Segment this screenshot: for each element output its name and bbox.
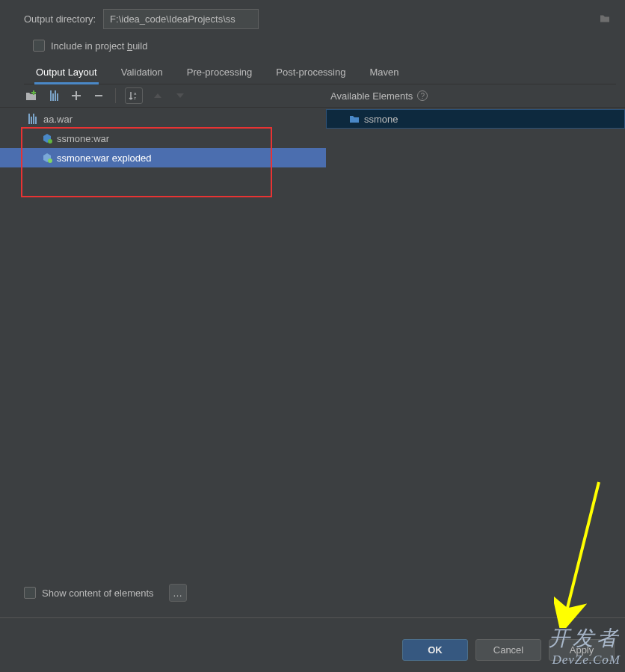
folder-icon [349,114,360,123]
output-directory-row: Output directory: [24,9,616,29]
show-content-row[interactable]: Show content of elements … [24,584,187,602]
tab-pre-processing[interactable]: Pre-processing [185,62,253,84]
output-directory-label: Output directory: [24,13,96,25]
sort-icon[interactable]: az [125,87,143,104]
tab-post-processing[interactable]: Post-processing [274,62,347,84]
available-element-label: ssmone [364,114,398,125]
new-archive-icon[interactable] [46,88,61,103]
tree-item-label: ssmone:war [57,133,109,144]
svg-rect-1 [31,92,36,93]
apply-button[interactable]: Apply [549,639,615,661]
cancel-button[interactable]: Cancel [475,639,541,661]
available-elements-label: Available Elements [330,90,413,102]
header-section: Output directory: Include in project bui… [0,0,625,84]
tab-output-layout[interactable]: Output Layout [34,62,99,84]
show-content-checkbox[interactable] [24,587,36,599]
tree-item[interactable]: ssmone:war [0,129,326,148]
divider [0,617,625,618]
add-icon[interactable] [69,88,84,103]
main-content: aa.war ssmone:war ssmone:war exploded ss… [0,108,625,583]
include-in-build-row[interactable]: Include in project build [24,40,616,52]
tree-root-label: aa.war [43,114,73,125]
artifact-icon [42,152,52,163]
output-layout-tree[interactable]: aa.war ssmone:war ssmone:war exploded [0,108,326,583]
move-down-icon [173,88,188,103]
include-in-build-checkbox[interactable] [33,40,45,52]
tab-bar: Output Layout Validation Pre-processing … [24,62,616,84]
show-content-label: Show content of elements [42,588,154,599]
tab-maven[interactable]: Maven [368,62,400,84]
artifact-icon [42,133,52,144]
ok-button[interactable]: OK [402,639,468,661]
svg-point-8 [48,158,52,163]
dialog-buttons-bar: OK Cancel Apply [0,627,625,672]
svg-rect-4 [95,95,102,96]
toolbar-left: az [24,87,327,104]
tree-root-item[interactable]: aa.war [0,109,326,129]
help-icon[interactable]: ? [417,90,428,101]
tree-item-label: ssmone:war exploded [57,152,151,164]
toolbar-row: az Available Elements ? [0,84,625,108]
browse-folder-icon[interactable] [600,13,610,25]
output-directory-input[interactable] [103,9,259,29]
toolbar-separator [115,88,116,103]
output-directory-input-wrapper [103,9,616,29]
move-up-icon [150,88,165,103]
available-elements-header: Available Elements ? [327,90,428,102]
svg-text:z: z [134,96,136,100]
available-element-item[interactable]: ssmone [326,109,625,129]
ellipsis-button[interactable]: … [169,584,187,602]
tree-item[interactable]: ssmone:war exploded [0,148,326,167]
remove-icon[interactable] [91,88,106,103]
new-folder-icon[interactable] [24,88,39,103]
include-in-build-label: Include in project build [51,40,147,52]
available-elements-panel[interactable]: ssmone [326,108,625,583]
svg-rect-3 [72,95,81,96]
svg-point-7 [48,139,52,144]
tab-validation[interactable]: Validation [120,62,164,84]
archive-icon [28,114,39,124]
